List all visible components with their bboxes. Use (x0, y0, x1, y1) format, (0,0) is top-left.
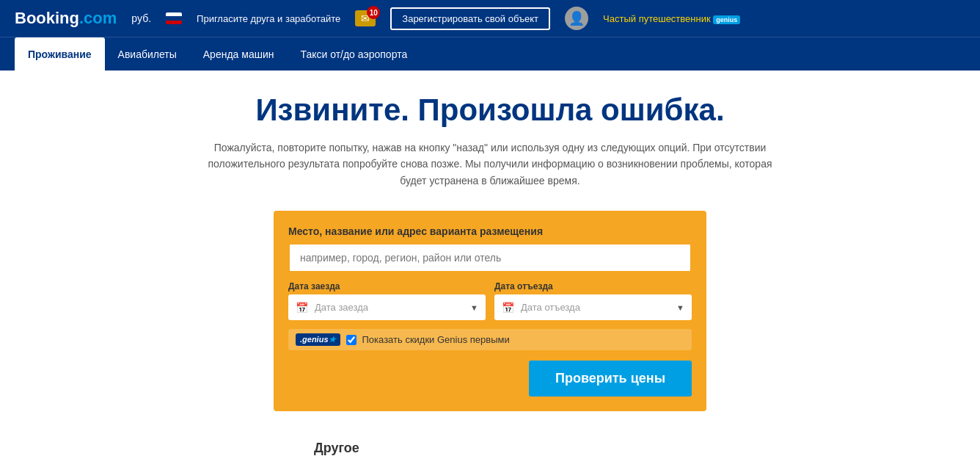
genius-discount-label: Показать скидки Genius первыми (362, 334, 510, 345)
top-bar: Booking .com руб. Пригласите друга и зар… (0, 0, 980, 37)
other-title: Другое (314, 441, 710, 456)
nav-item-car-rental[interactable]: Аренда машин (190, 37, 288, 71)
checkout-label: Дата отъезда (494, 281, 692, 292)
logo[interactable]: Booking .com (15, 9, 117, 28)
invite-text[interactable]: Пригласите друга и заработайте (197, 13, 340, 24)
user-label: Частый путешественник genius (603, 13, 740, 24)
search-input-wrapper (288, 243, 692, 272)
checkout-select-wrapper: 📅 Дата отъезда ▼ (494, 294, 692, 320)
error-description: Пожалуйста, повторите попытку, нажав на … (204, 140, 776, 189)
checkin-label: Дата заезда (288, 281, 486, 292)
nav-bar: Проживание Авиабилеты Аренда машин Такси… (0, 37, 980, 70)
search-form-title: Место, название или адрес варианта разме… (288, 225, 692, 237)
currency-selector[interactable]: руб. (131, 12, 151, 24)
checkout-select[interactable]: Дата отъезда (494, 294, 692, 320)
nav-item-taxi[interactable]: Такси от/до аэропорта (287, 37, 420, 71)
logo-booking-text: Booking (15, 9, 79, 28)
genius-badge-form: .genius★ (296, 333, 340, 346)
register-property-button[interactable]: Зарегистрировать свой объект (390, 7, 550, 30)
genius-checkbox[interactable] (346, 335, 356, 345)
search-form: Место, название или адрес варианта разме… (274, 211, 706, 411)
date-row: Дата заезда 📅 Дата заезда ▼ Дата отъезда… (288, 281, 692, 320)
search-input[interactable] (288, 243, 692, 272)
language-flag-icon[interactable] (166, 12, 182, 24)
currency-label: руб. (131, 12, 151, 24)
genius-badge-top: genius (713, 15, 740, 24)
main-content: Извините. Произошла ошибка. Пожалуйста, … (123, 70, 857, 456)
nav-item-flights[interactable]: Авиабилеты (105, 37, 190, 71)
genius-row: .genius★ Показать скидки Genius первыми (288, 329, 692, 350)
checkin-select[interactable]: Дата заезда (288, 294, 486, 320)
logo-com-text: .com (79, 9, 117, 28)
search-button-row: Проверить цены (288, 361, 692, 397)
checkin-col: Дата заезда 📅 Дата заезда ▼ (288, 281, 486, 320)
checkin-select-wrapper: 📅 Дата заезда ▼ (288, 294, 486, 320)
user-avatar[interactable] (565, 7, 588, 30)
checkout-col: Дата отъезда 📅 Дата отъезда ▼ (494, 281, 692, 320)
error-title: Извините. Произошла ошибка. (138, 93, 842, 128)
other-section: Другое На главную страницу Список направ… (270, 441, 710, 456)
nav-item-accommodation[interactable]: Проживание (15, 37, 105, 71)
notification-wrapper: 10 (355, 10, 376, 26)
search-button[interactable]: Проверить цены (529, 361, 692, 397)
notification-badge: 10 (367, 6, 380, 19)
